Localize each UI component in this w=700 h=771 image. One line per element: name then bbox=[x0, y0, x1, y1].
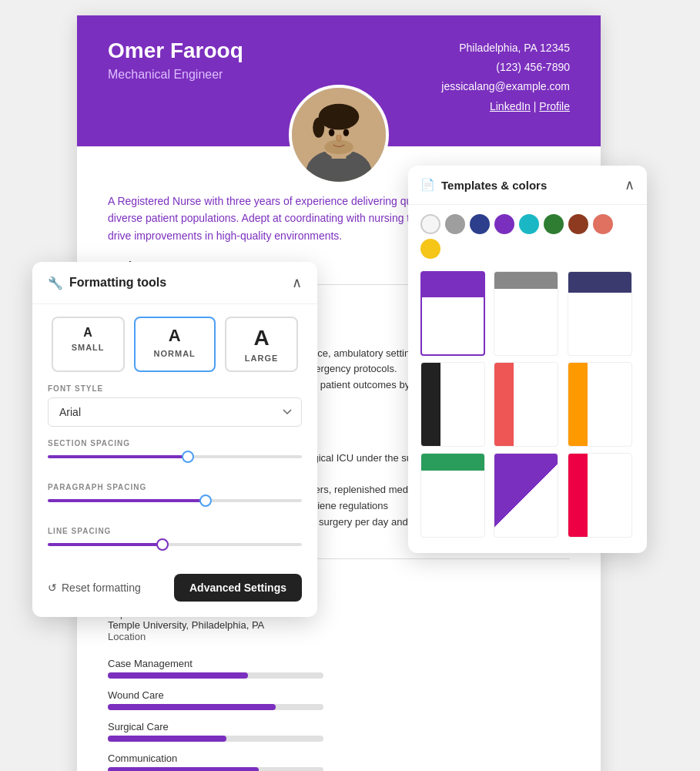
line-spacing-label: LINE SPACING bbox=[48, 527, 302, 535]
skill-row-4: Communication bbox=[108, 753, 570, 771]
svg-point-8 bbox=[343, 129, 350, 136]
swatch-brown[interactable] bbox=[568, 214, 588, 234]
svg-point-7 bbox=[329, 129, 335, 136]
skill-bar-bg-1 bbox=[108, 672, 323, 679]
section-spacing-fill bbox=[48, 455, 188, 458]
template-2[interactable] bbox=[494, 271, 558, 356]
resume-phone: (123) 456-7890 bbox=[441, 58, 570, 77]
resume-name: Omer Farooq bbox=[108, 39, 243, 63]
template-grid bbox=[408, 265, 647, 544]
skill-row-3: Surgical Care bbox=[108, 721, 570, 742]
templates-panel-title-area: 📄 Templates & colors bbox=[420, 178, 547, 192]
line-spacing-thumb[interactable] bbox=[156, 538, 169, 551]
paragraph-spacing-thumb[interactable] bbox=[199, 494, 212, 507]
linkedin-link[interactable]: LinkedIn bbox=[490, 100, 531, 112]
skill-bar-bg-2 bbox=[108, 704, 323, 710]
resume-header-right: Philadelphia, PA 12345 (123) 456-7890 je… bbox=[441, 39, 570, 116]
skill-name-2: Wound Care bbox=[108, 689, 570, 701]
font-size-small-btn[interactable]: A SMALL bbox=[52, 317, 125, 372]
formatting-panel-title-area: 🔧 Formatting tools bbox=[48, 276, 166, 290]
skill-row-2: Wound Care bbox=[108, 689, 570, 710]
font-size-small-letter: A bbox=[83, 326, 92, 340]
resume-title: Mechanical Engineer bbox=[108, 68, 243, 82]
template-9[interactable] bbox=[568, 453, 632, 538]
skill-bar-fill-2 bbox=[108, 704, 276, 710]
swatch-purple[interactable] bbox=[494, 214, 514, 234]
templates-panel: 📄 Templates & colors ∧ bbox=[408, 166, 647, 553]
font-size-large-label: LARGE bbox=[245, 354, 279, 363]
skill-row-1: Case Management bbox=[108, 658, 570, 679]
template-1[interactable] bbox=[420, 271, 485, 356]
reset-formatting-btn[interactable]: ↺ Reset formatting bbox=[48, 582, 141, 594]
edu-school: Temple University, Philadelphia, PA bbox=[108, 619, 570, 631]
line-spacing-section: LINE SPACING bbox=[32, 521, 317, 565]
skill-name-3: Surgical Care bbox=[108, 721, 570, 732]
templates-chevron-up-icon[interactable]: ∧ bbox=[625, 176, 635, 193]
font-size-normal-letter: A bbox=[169, 326, 181, 346]
template-5[interactable] bbox=[494, 362, 558, 447]
color-swatches bbox=[408, 205, 647, 265]
font-size-options: A SMALL A NORMAL A LARGE bbox=[32, 304, 317, 378]
svg-point-5 bbox=[313, 117, 324, 137]
skills-section: Case Management Wound Care Surgical Care… bbox=[108, 658, 570, 771]
swatch-dark-green[interactable] bbox=[544, 214, 564, 234]
swatch-gray[interactable] bbox=[445, 214, 465, 234]
skill-bar-fill-1 bbox=[108, 672, 248, 679]
resume-header: Omer Farooq Mechanical Engineer Philadel… bbox=[77, 15, 601, 146]
font-size-normal-btn[interactable]: A NORMAL bbox=[134, 317, 216, 372]
section-spacing-section: SECTION SPACING bbox=[32, 433, 317, 477]
font-size-small-label: SMALL bbox=[72, 343, 105, 352]
template-6[interactable] bbox=[568, 362, 632, 447]
swatch-coral[interactable] bbox=[593, 214, 613, 234]
resume-header-left: Omer Farooq Mechanical Engineer bbox=[108, 39, 243, 82]
wrench-icon: 🔧 bbox=[48, 276, 63, 290]
skill-bar-fill-4 bbox=[108, 767, 259, 771]
paragraph-spacing-section: PARAGRAPH SPACING bbox=[32, 477, 317, 521]
font-style-section: FONT STYLE Arial Times New Roman Georgia… bbox=[32, 378, 317, 433]
template-4[interactable] bbox=[420, 362, 485, 447]
swatch-teal[interactable] bbox=[519, 214, 539, 234]
font-size-large-btn[interactable]: A LARGE bbox=[225, 317, 299, 372]
resume-location: Philadelphia, PA 12345 bbox=[441, 39, 570, 58]
template-7[interactable] bbox=[420, 453, 485, 538]
chevron-up-icon[interactable]: ∧ bbox=[292, 274, 302, 291]
formatting-panel-header: 🔧 Formatting tools ∧ bbox=[32, 262, 317, 304]
paragraph-spacing-track[interactable] bbox=[48, 499, 302, 502]
swatch-white[interactable] bbox=[420, 214, 440, 234]
skill-name-4: Communication bbox=[108, 753, 570, 764]
section-spacing-thumb[interactable] bbox=[182, 451, 194, 463]
font-size-large-letter: A bbox=[253, 326, 269, 350]
resume-email: jessicalang@example.com bbox=[441, 77, 570, 96]
font-size-normal-label: NORMAL bbox=[154, 349, 196, 358]
avatar bbox=[289, 85, 389, 185]
svg-point-4 bbox=[319, 104, 360, 130]
skill-name-1: Case Management bbox=[108, 658, 570, 669]
document-icon: 📄 bbox=[420, 178, 435, 192]
font-style-select[interactable]: Arial Times New Roman Georgia Helvetica … bbox=[48, 397, 302, 427]
resume-links: LinkedIn | Profile bbox=[441, 97, 570, 116]
edu-location: Location bbox=[108, 631, 570, 642]
font-style-label: FONT STYLE bbox=[48, 384, 302, 393]
section-spacing-label: SECTION SPACING bbox=[48, 439, 302, 448]
skill-bar-bg-4 bbox=[108, 767, 323, 771]
paragraph-spacing-fill bbox=[48, 499, 206, 502]
skill-bar-bg-3 bbox=[108, 736, 323, 742]
line-spacing-fill bbox=[48, 543, 162, 546]
line-spacing-track[interactable] bbox=[48, 543, 302, 546]
skill-bar-fill-3 bbox=[108, 736, 226, 742]
profile-link[interactable]: Profile bbox=[539, 100, 570, 112]
templates-panel-title: Templates & colors bbox=[441, 179, 547, 192]
template-8[interactable] bbox=[494, 453, 558, 538]
reset-icon: ↺ bbox=[48, 582, 57, 594]
paragraph-spacing-label: PARAGRAPH SPACING bbox=[48, 483, 302, 491]
template-3[interactable] bbox=[568, 271, 632, 356]
formatting-panel: 🔧 Formatting tools ∧ A SMALL A NORMAL A … bbox=[32, 262, 317, 617]
reset-label: Reset formatting bbox=[62, 582, 141, 594]
advanced-settings-btn[interactable]: Advanced Settings bbox=[174, 574, 302, 602]
section-spacing-track[interactable] bbox=[48, 455, 302, 458]
formatting-panel-footer: ↺ Reset formatting Advanced Settings bbox=[32, 565, 317, 602]
swatch-dark-blue[interactable] bbox=[470, 214, 490, 234]
swatch-yellow[interactable] bbox=[420, 239, 440, 259]
templates-panel-header: 📄 Templates & colors ∧ bbox=[408, 166, 647, 205]
formatting-panel-title: Formatting tools bbox=[69, 276, 166, 290]
